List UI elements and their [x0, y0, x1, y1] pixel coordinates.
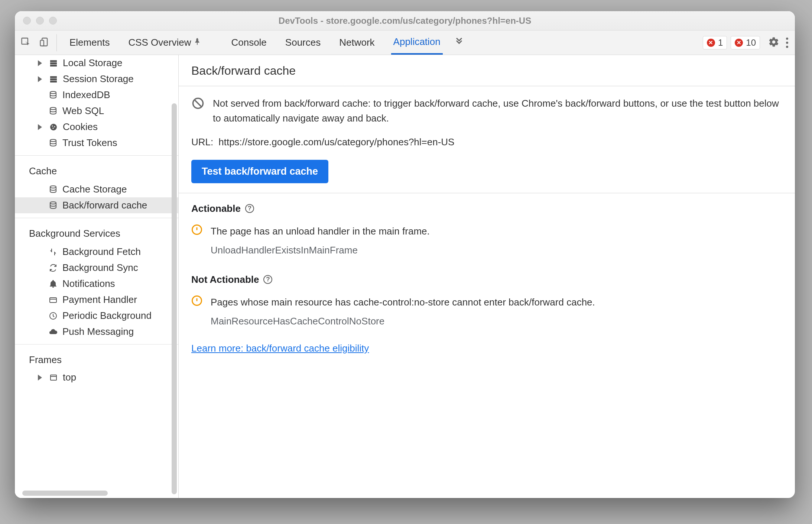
sidebar-item-label: Background Sync — [62, 262, 138, 274]
help-icon[interactable]: ? — [245, 204, 254, 213]
svg-point-9 — [50, 91, 56, 94]
tab-css-overview[interactable]: CSS Overview — [126, 30, 204, 55]
sidebar-item-bg-sync[interactable]: Background Sync — [15, 260, 178, 276]
settings-icon[interactable] — [768, 36, 779, 49]
svg-point-13 — [54, 126, 55, 127]
sidebar-item-web-sql[interactable]: Web SQL — [15, 103, 178, 119]
close-dot[interactable] — [23, 17, 31, 25]
actionable-message: The page has an unload handler in the ma… — [211, 224, 430, 239]
sidebar-item-label: Local Storage — [63, 57, 122, 69]
database-icon — [48, 90, 58, 100]
learn-more-link[interactable]: Learn more: back/forward cache eligibili… — [191, 343, 369, 354]
errors-pill[interactable]: ✕ 1 — [703, 36, 727, 49]
sidebar-item-label: Session Storage — [63, 73, 134, 85]
svg-point-15 — [50, 139, 56, 142]
sync-icon — [48, 263, 58, 273]
sidebar-item-label: Background Fetch — [62, 246, 141, 258]
sidebar-scrollbar-h[interactable] — [22, 491, 108, 496]
fetch-icon — [48, 247, 58, 257]
not-actionable-message: Pages whose main resource has cache-cont… — [211, 295, 595, 310]
sidebar-item-label: Payment Handler — [62, 294, 137, 305]
sidebar: Storage Local Storage Session Storage In… — [15, 55, 178, 498]
database-icon — [48, 138, 58, 148]
svg-point-10 — [50, 107, 56, 110]
sidebar-item-indexeddb[interactable]: IndexedDB — [15, 87, 178, 103]
sidebar-item-label: Push Messaging — [62, 326, 134, 337]
titlebar: DevTools - store.google.com/us/category/… — [15, 11, 795, 30]
card-icon — [48, 295, 58, 305]
sidebar-item-top-frame[interactable]: top — [38, 372, 76, 383]
warning-icon — [191, 295, 202, 308]
svg-point-16 — [50, 186, 56, 188]
svg-rect-3 — [50, 60, 57, 62]
actionable-id: UnloadHandlerExistsInMainFrame — [211, 245, 782, 256]
svg-point-14 — [52, 127, 53, 129]
issues-pill[interactable]: ✕ 10 — [731, 36, 760, 49]
table-icon — [49, 74, 58, 84]
sidebar-item-label: Trust Tokens — [62, 137, 117, 149]
minimize-dot[interactable] — [36, 17, 44, 25]
clock-icon — [48, 311, 58, 321]
sidebar-item-label: top — [63, 372, 76, 383]
ban-icon — [191, 97, 205, 111]
actionable-heading: Actionable — [191, 203, 241, 214]
not-actionable-id: MainResourceHasCacheControlNoStore — [211, 316, 782, 327]
frame-icon — [49, 373, 58, 382]
device-icon[interactable] — [39, 37, 50, 49]
svg-rect-20 — [51, 375, 56, 380]
traffic-lights — [23, 17, 57, 25]
sidebar-scrollbar-v[interactable] — [172, 103, 177, 494]
sidebar-item-payment[interactable]: Payment Handler — [15, 292, 178, 308]
sidebar-item-label: Web SQL — [62, 105, 104, 117]
error-icon: ✕ — [707, 39, 715, 47]
svg-point-17 — [50, 202, 56, 204]
tab-application[interactable]: Application — [391, 30, 443, 55]
kebab-menu-icon[interactable] — [786, 38, 788, 48]
warning-icon — [191, 224, 202, 237]
notice-text: Not served from back/forward cache: to t… — [213, 96, 782, 126]
tab-elements[interactable]: Elements — [67, 30, 112, 55]
svg-rect-8 — [50, 81, 57, 83]
sidebar-cat-cache: Cache — [15, 163, 178, 179]
database-icon — [48, 106, 58, 116]
sidebar-item-label: Notifications — [62, 278, 115, 290]
inspect-icon[interactable] — [20, 37, 31, 49]
error-icon: ✕ — [735, 39, 743, 47]
sidebar-item-notifications[interactable]: Notifications — [15, 276, 178, 292]
cloud-icon — [48, 327, 58, 337]
main-panel: Back/forward cache Not served from back/… — [178, 55, 795, 498]
window-title: DevTools - store.google.com/us/category/… — [15, 16, 795, 26]
sidebar-item-periodic[interactable]: Periodic Background — [15, 308, 178, 324]
url-label: URL: — [191, 136, 213, 148]
sidebar-item-label: Periodic Background — [62, 310, 152, 321]
zoom-dot[interactable] — [49, 17, 57, 25]
cookie-icon — [49, 122, 58, 132]
url-value: https://store.google.com/us/category/pho… — [218, 136, 454, 148]
sidebar-item-label: Cache Storage — [62, 184, 127, 195]
sidebar-item-session-storage[interactable]: Session Storage — [15, 71, 178, 87]
database-icon — [48, 185, 58, 194]
svg-rect-2 — [40, 40, 44, 46]
pin-icon — [193, 37, 201, 48]
sidebar-item-trust-tokens[interactable]: Trust Tokens — [15, 135, 178, 151]
svg-rect-18 — [50, 298, 56, 303]
tabs-overflow-icon[interactable] — [454, 37, 464, 49]
sidebar-item-cookies[interactable]: Cookies — [15, 119, 178, 135]
sidebar-item-local-storage[interactable]: Local Storage — [15, 55, 178, 71]
tab-network[interactable]: Network — [337, 30, 377, 55]
database-icon — [48, 201, 58, 210]
tab-console[interactable]: Console — [229, 30, 269, 55]
errors-count: 1 — [718, 38, 723, 48]
sidebar-item-bf-cache[interactable]: Back/forward cache — [15, 197, 178, 213]
svg-rect-7 — [50, 78, 57, 80]
page-title: Back/forward cache — [179, 55, 795, 86]
tab-sources[interactable]: Sources — [283, 30, 323, 55]
svg-rect-5 — [50, 65, 57, 67]
tab-css-overview-label: CSS Overview — [128, 37, 191, 48]
not-actionable-heading: Not Actionable — [191, 274, 259, 285]
test-bf-cache-button[interactable]: Test back/forward cache — [191, 160, 328, 183]
sidebar-item-bg-fetch[interactable]: Background Fetch — [15, 244, 178, 260]
help-icon[interactable]: ? — [263, 275, 272, 284]
sidebar-item-cache-storage[interactable]: Cache Storage — [15, 181, 178, 197]
sidebar-item-push[interactable]: Push Messaging — [15, 324, 178, 340]
